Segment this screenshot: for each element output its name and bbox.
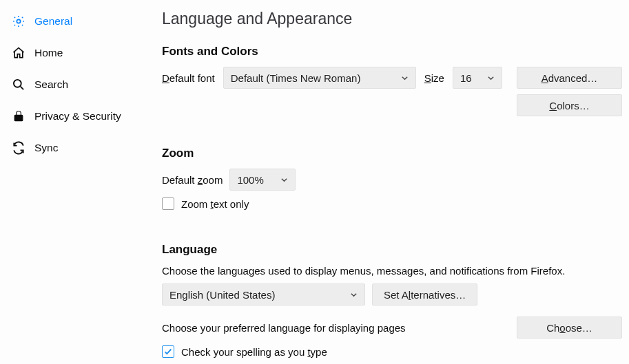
sidebar-item-label: Sync bbox=[34, 142, 58, 154]
sidebar: General Home Search bbox=[0, 0, 148, 364]
chevron-down-icon bbox=[401, 74, 409, 82]
spellcheck-label: Check your spelling as you type bbox=[181, 346, 327, 358]
default-zoom-value: 100% bbox=[237, 174, 263, 186]
gear-icon bbox=[10, 14, 28, 28]
default-font-value: Default (Times New Roman) bbox=[231, 72, 361, 84]
chevron-down-icon bbox=[350, 291, 358, 299]
sidebar-item-label: Search bbox=[34, 78, 68, 91]
sidebar-item-label: Privacy & Security bbox=[34, 110, 121, 122]
display-language-select[interactable]: English (United States) bbox=[162, 283, 365, 306]
section-zoom: Zoom Default zoom 100% Zoom text only bbox=[162, 147, 622, 210]
fonts-heading: Fonts and Colors bbox=[162, 45, 622, 58]
default-font-label: Default font bbox=[162, 72, 215, 84]
svg-rect-2 bbox=[14, 115, 23, 120]
section-fonts-colors: Fonts and Colors Default font Default (T… bbox=[162, 45, 622, 116]
home-icon bbox=[10, 46, 28, 60]
choose-languages-button[interactable]: Choose… bbox=[517, 317, 622, 339]
svg-point-1 bbox=[14, 80, 21, 87]
zoom-heading: Zoom bbox=[162, 147, 622, 160]
search-icon bbox=[10, 78, 28, 92]
sidebar-item-label: Home bbox=[34, 47, 63, 59]
advanced-fonts-button[interactable]: Advanced… bbox=[517, 67, 622, 89]
chevron-down-icon bbox=[280, 176, 288, 184]
sidebar-item-search[interactable]: Search bbox=[0, 69, 148, 100]
default-zoom-label: Default zoom bbox=[162, 174, 223, 186]
language-desc-1: Choose the languages used to display men… bbox=[162, 265, 622, 277]
section-language: Language Choose the languages used to di… bbox=[162, 243, 622, 358]
set-alternatives-button[interactable]: Set Alternatives… bbox=[372, 283, 477, 306]
zoom-text-only-checkbox[interactable] bbox=[162, 197, 174, 210]
lock-icon bbox=[10, 109, 28, 123]
font-size-label: Size bbox=[424, 72, 444, 84]
language-heading: Language bbox=[162, 243, 622, 257]
zoom-text-only-label: Zoom text only bbox=[181, 198, 249, 210]
svg-point-0 bbox=[17, 19, 20, 23]
spellcheck-checkbox[interactable] bbox=[162, 345, 174, 358]
colors-button[interactable]: Colors… bbox=[517, 94, 622, 116]
sync-icon bbox=[10, 141, 28, 155]
sidebar-item-home[interactable]: Home bbox=[0, 37, 148, 69]
font-size-value: 16 bbox=[460, 72, 472, 84]
chevron-down-icon bbox=[487, 74, 495, 82]
font-size-select[interactable]: 16 bbox=[453, 67, 502, 89]
sidebar-item-label: General bbox=[34, 15, 72, 28]
display-language-value: English (United States) bbox=[169, 289, 275, 301]
sidebar-item-privacy-security[interactable]: Privacy & Security bbox=[0, 100, 148, 132]
sidebar-item-general[interactable]: General bbox=[0, 6, 148, 37]
page-title: Language and Appearance bbox=[162, 10, 622, 28]
sidebar-item-sync[interactable]: Sync bbox=[0, 132, 148, 164]
language-desc-2: Choose your preferred language for displ… bbox=[162, 322, 406, 334]
main-content: Language and Appearance Fonts and Colors… bbox=[148, 0, 629, 364]
default-zoom-select[interactable]: 100% bbox=[229, 169, 296, 191]
default-font-select[interactable]: Default (Times New Roman) bbox=[223, 67, 416, 89]
